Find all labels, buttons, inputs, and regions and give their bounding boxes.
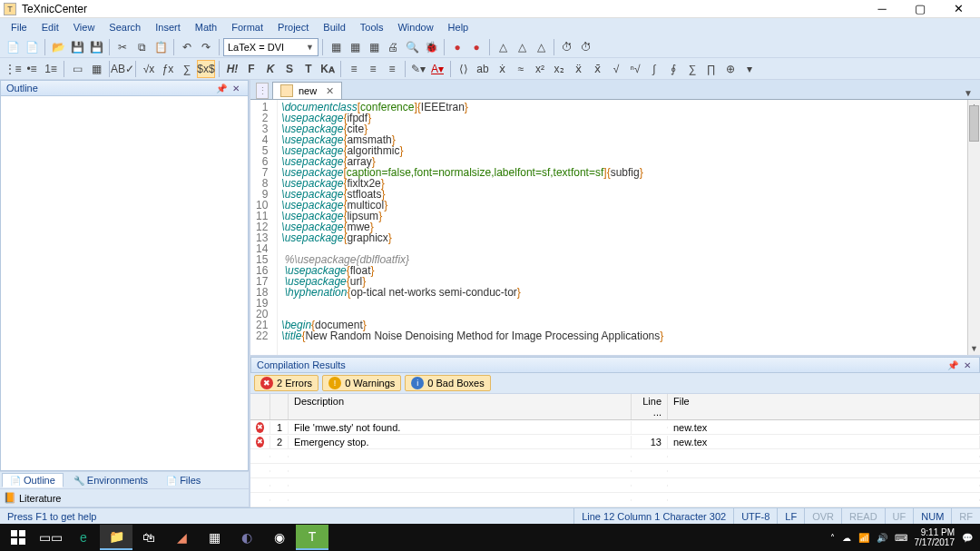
tab-close-button[interactable]: ✕ — [326, 85, 334, 97]
align-left-button[interactable]: ≡ — [345, 60, 363, 78]
math-10-button[interactable]: ⁿ√ — [626, 60, 644, 78]
texniccenter-icon[interactable]: T — [296, 525, 328, 550]
menu-file[interactable]: File — [4, 20, 34, 34]
undo-button[interactable]: ↶ — [178, 38, 196, 56]
panel-close-button[interactable]: ✕ — [230, 82, 242, 94]
maximize-button[interactable]: ▢ — [909, 3, 931, 15]
math-5-button[interactable]: x² — [531, 60, 549, 78]
cut-button[interactable]: ✂ — [113, 38, 132, 56]
math-4-button[interactable]: ≈ — [512, 60, 530, 78]
highlight-button[interactable]: ✎▾ — [409, 60, 427, 78]
cancel-button[interactable]: ● — [467, 38, 485, 56]
start-button[interactable] — [2, 525, 34, 550]
tabs-dropdown-button[interactable]: ▼ — [962, 86, 975, 99]
scroll-thumb[interactable] — [969, 105, 979, 142]
warnings-filter[interactable]: !0 Warnings — [322, 375, 401, 391]
menu-math[interactable]: Math — [188, 20, 224, 34]
math-8-button[interactable]: x̄ — [588, 60, 606, 78]
math-more-button[interactable]: ▾ — [740, 60, 759, 78]
tray-up-icon[interactable]: ˄ — [830, 533, 835, 543]
debug-button[interactable]: 🐞 — [422, 38, 440, 56]
spellcheck-button[interactable]: AB✓ — [113, 60, 132, 78]
code-area[interactable]: \documentclass[conference]{IEEEtran}\use… — [278, 100, 980, 355]
heading-button[interactable]: H! — [223, 60, 241, 78]
result-row[interactable]: ✖2Emergency stop.13new.tex — [250, 435, 980, 449]
tab-environments[interactable]: 🔧Environments — [65, 473, 156, 487]
menu-project[interactable]: Project — [270, 20, 316, 34]
align-center-button[interactable]: ≡ — [364, 60, 382, 78]
tray-volume-icon[interactable]: 🔊 — [877, 533, 887, 543]
menu-window[interactable]: Window — [390, 20, 440, 34]
math-2-button[interactable]: ab — [474, 60, 492, 78]
menu-edit[interactable]: Edit — [34, 20, 66, 34]
save-button[interactable]: 💾 — [68, 38, 86, 56]
panel-pin-button[interactable]: 📌 — [215, 82, 228, 94]
bullet-list-button[interactable]: •≡ — [23, 60, 41, 78]
scroll-down-icon[interactable]: ▼ — [968, 342, 980, 355]
tray-network-icon[interactable]: 📶 — [858, 533, 869, 543]
redo-button[interactable]: ↷ — [197, 38, 215, 56]
bold-button[interactable]: F — [242, 60, 260, 78]
store-icon[interactable]: 🛍 — [132, 525, 165, 550]
literature-bar[interactable]: 📙 Literature — [0, 489, 249, 507]
tab-handle-icon[interactable]: ⋮ — [256, 83, 269, 99]
minimize-button[interactable]: ─ — [871, 3, 893, 15]
col-description[interactable]: Description — [289, 394, 632, 419]
results-close-button[interactable]: ✕ — [961, 359, 974, 371]
dollar-button[interactable]: $x$ — [197, 60, 215, 78]
save-all-button[interactable]: 💾 — [87, 38, 105, 56]
copy-button[interactable]: ⧉ — [132, 38, 151, 56]
math-9-button[interactable]: √ — [607, 60, 625, 78]
math-11-button[interactable]: ∫ — [645, 60, 663, 78]
result-row[interactable]: ✖1File 'mwe.sty' not found.new.tex — [250, 420, 980, 435]
new-doc-button[interactable]: 📄 — [4, 38, 22, 56]
toggle-ws-button[interactable]: △ — [494, 38, 512, 56]
math-1-button[interactable]: ⟨⟩ — [455, 60, 473, 78]
editor-tab-new[interactable]: new ✕ — [272, 82, 342, 99]
explorer-icon[interactable]: 📁 — [100, 525, 132, 550]
code-editor[interactable]: 12345678910111213141516171819202122 \doc… — [250, 100, 980, 355]
chrome-icon[interactable]: ◉ — [263, 525, 296, 550]
math-13-button[interactable]: ∑ — [683, 60, 701, 78]
tray-lang-icon[interactable]: ⌨ — [895, 533, 907, 543]
taskview-button[interactable]: ▭▭ — [34, 525, 67, 550]
smallcaps-button[interactable]: Kᴀ — [318, 60, 337, 78]
goto-latex-button[interactable]: 🔍 — [403, 38, 421, 56]
math-7-button[interactable]: ẍ — [569, 60, 587, 78]
results-pin-button[interactable]: 📌 — [946, 359, 959, 371]
sqrt-button[interactable]: ƒx — [159, 60, 177, 78]
close-button[interactable]: ✕ — [947, 3, 969, 15]
paste-button[interactable]: 📋 — [152, 38, 170, 56]
eclipse-icon[interactable]: ◐ — [230, 525, 263, 550]
about-button[interactable]: ⏱ — [577, 38, 595, 56]
build-all-button[interactable]: ▦ — [365, 38, 383, 56]
toggle-ws3-button[interactable]: △ — [532, 38, 550, 56]
math-12-button[interactable]: ∮ — [664, 60, 682, 78]
tab-outline[interactable]: 📄Outline — [2, 473, 64, 487]
badboxes-filter[interactable]: i0 Bad Boxes — [405, 375, 490, 391]
vertical-scrollbar[interactable]: ▲ ▼ — [967, 100, 980, 355]
italic-button[interactable]: K — [261, 60, 279, 78]
edge-icon[interactable]: e — [67, 525, 100, 550]
menu-tools[interactable]: Tools — [353, 20, 391, 34]
new-project-button[interactable]: 📄 — [23, 38, 41, 56]
sans-button[interactable]: S — [280, 60, 299, 78]
figure-button[interactable]: ▭ — [68, 60, 86, 78]
math-3-button[interactable]: ẋ — [493, 60, 511, 78]
table-button[interactable]: ▦ — [87, 60, 105, 78]
textcolor-button[interactable]: A▾ — [428, 60, 446, 78]
output-profile-combo[interactable]: LaTeX = DVI ▼ — [223, 38, 318, 56]
build-button[interactable]: ▦ — [327, 38, 345, 56]
col-file[interactable]: File — [668, 394, 980, 419]
menu-help[interactable]: Help — [441, 20, 476, 34]
math-14-button[interactable]: ∏ — [702, 60, 720, 78]
msoffice-icon[interactable]: ▦ — [198, 525, 230, 550]
tray-clock[interactable]: 9:11 PM 7/17/2017 — [915, 527, 956, 547]
math-6-button[interactable]: x₂ — [550, 60, 568, 78]
help-button[interactable]: ⏱ — [558, 38, 576, 56]
tray-notifications-icon[interactable]: 💬 — [962, 533, 973, 543]
frac-button[interactable]: √x — [140, 60, 158, 78]
enum-list-button[interactable]: 1≡ — [42, 60, 60, 78]
menu-format[interactable]: Format — [224, 20, 270, 34]
errors-filter[interactable]: ✖2 Errors — [254, 375, 318, 391]
